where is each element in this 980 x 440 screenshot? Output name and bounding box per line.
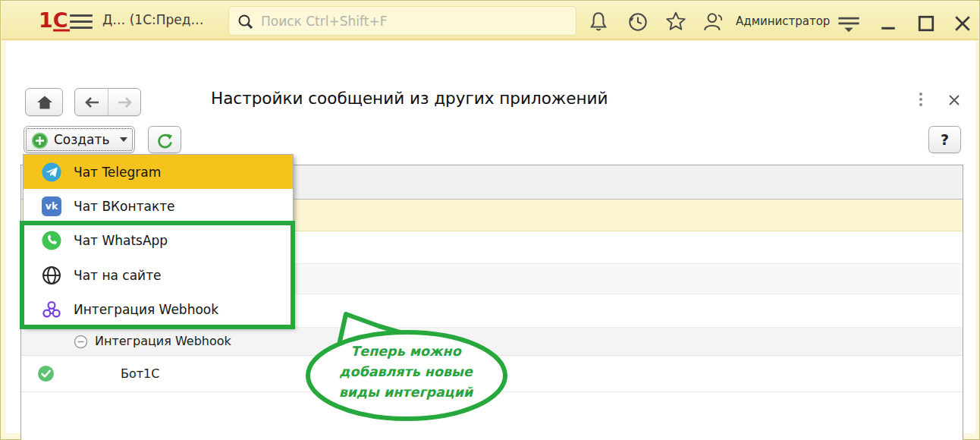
create-dropdown-menu: Чат Telegram vk Чат ВКонтакте Чат WhatsA… [23, 154, 294, 328]
create-button[interactable]: Создать [24, 126, 135, 153]
1c-logo: 1С [38, 8, 71, 35]
globe-icon [42, 266, 61, 285]
history-icon[interactable] [625, 11, 651, 33]
menu-item-label: Чат WhatsApp [74, 233, 168, 248]
app-title: Д… (1С:Пред… [102, 12, 204, 27]
close-window-icon[interactable] [950, 12, 975, 35]
menu-item-label: Чат на сайте [74, 268, 162, 283]
history-nav-buttons [74, 88, 141, 116]
annotation-text: Теперь можно добавлять новые виды интегр… [316, 341, 496, 403]
annotation-line: виды интеграций [316, 382, 496, 403]
list-item-name: Бот1С [121, 366, 159, 381]
home-button[interactable] [25, 88, 63, 116]
svg-text:1С: 1С [39, 8, 68, 32]
webhook-icon [42, 300, 61, 319]
chevron-down-icon [120, 137, 127, 142]
telegram-icon [42, 162, 61, 182]
menu-item-website-chat[interactable]: Чат на сайте [24, 258, 293, 292]
maximize-icon[interactable] [913, 12, 939, 35]
annotation-line: добавлять новые [316, 362, 496, 382]
form-area: Настройки сообщений из других приложений… [6, 41, 975, 433]
forward-arrow-icon [117, 96, 133, 109]
menu-item-vkontakte[interactable]: vk Чат ВКонтакте [24, 189, 293, 223]
menu-item-label: Чат ВКонтакте [74, 199, 175, 214]
app-window: 1С Д… (1С:Пред… А [0, 0, 980, 440]
annotation-line: Теперь можно [316, 341, 496, 362]
group-row-label: Интеграция Webhook [95, 334, 231, 348]
menu-item-telegram[interactable]: Чат Telegram [24, 155, 293, 189]
menu-item-label: Чат Telegram [74, 165, 161, 180]
home-icon [36, 95, 53, 110]
favorites-star-icon[interactable] [663, 10, 689, 33]
whatsapp-icon [42, 231, 61, 250]
page-title: Настройки сообщений из других приложений [211, 89, 608, 108]
forward-button[interactable] [108, 89, 141, 115]
vk-icon: vk [42, 196, 61, 216]
plus-icon [31, 132, 49, 149]
refresh-icon [156, 132, 174, 149]
more-actions-icon[interactable] [915, 93, 927, 109]
help-button[interactable]: ? [928, 126, 961, 153]
menu-item-label: Интеграция Webhook [74, 302, 218, 317]
global-search [228, 6, 576, 36]
search-input[interactable] [229, 7, 576, 35]
back-button[interactable] [75, 89, 108, 115]
close-form-icon[interactable] [945, 91, 963, 109]
collapse-minus-icon[interactable] [74, 335, 88, 349]
titlebar: 1С Д… (1С:Пред… А [2, 2, 978, 40]
check-icon [37, 365, 55, 382]
minimize-icon[interactable] [875, 12, 901, 35]
menu-item-whatsapp[interactable]: Чат WhatsApp [24, 224, 293, 258]
refresh-button[interactable] [148, 126, 181, 153]
menu-item-webhook[interactable]: Интеграция Webhook [24, 293, 293, 327]
main-menu-icon[interactable] [70, 14, 93, 30]
back-arrow-icon [83, 96, 100, 109]
service-menu-icon[interactable] [836, 13, 862, 36]
notifications-bell-icon[interactable] [586, 11, 611, 33]
current-user-name[interactable]: Администратор [736, 14, 830, 28]
create-button-label: Создать [54, 132, 109, 147]
user-icon[interactable] [701, 11, 727, 33]
